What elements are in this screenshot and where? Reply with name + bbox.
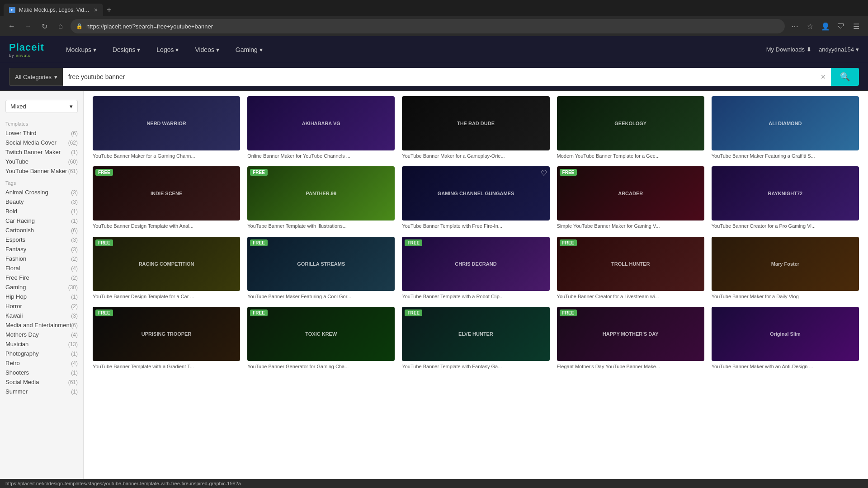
nav-mockups[interactable]: Mockups ▾ (62, 44, 100, 55)
tab-close-button[interactable]: × (94, 6, 98, 14)
sidebar-item-media-entertainment[interactable]: Media and Entertainment (6) (0, 320, 83, 330)
menu-button[interactable]: ☰ (850, 20, 863, 33)
free-badge: FREE (250, 310, 268, 316)
sidebar-item-fashion[interactable]: Fashion (2) (0, 254, 83, 263)
address-bar[interactable]: 🔒 (71, 19, 785, 33)
forward-button[interactable]: → (22, 20, 34, 33)
favorite-button[interactable]: ♡ (541, 169, 547, 178)
sidebar-item-youtube-banner-maker[interactable]: YouTube Banner Maker (61) (0, 166, 83, 176)
filter-dropdown[interactable]: Mixed ▾ (5, 100, 78, 113)
nav-videos[interactable]: Videos ▾ (191, 44, 222, 55)
free-badge: FREE (250, 239, 268, 246)
sidebar-item-hip-hop[interactable]: Hip Hop (1) (0, 292, 83, 301)
sidebar-item-lower-third[interactable]: Lower Third (6) (0, 128, 83, 138)
status-url: https://placeit.net/c/design-templates/s… (5, 481, 241, 486)
template-item-racing[interactable]: FREE RACING COMPETITION YouTube Banner D… (93, 237, 240, 300)
template-item-rayknight[interactable]: RAYKNIGHT72 YouTube Banner Creator for a… (712, 166, 859, 229)
profile-button[interactable]: 👤 (819, 20, 832, 33)
nav-extras: ⋯ ☆ 👤 🛡 ☰ (788, 20, 863, 33)
sidebar-item-count: (61) (68, 379, 78, 385)
sidebar-item-count: (3) (71, 237, 78, 243)
sidebar-item-youtube[interactable]: YouTube (60) (0, 157, 83, 166)
template-preview-label: GEEKOLOGY (613, 119, 648, 128)
template-item-gungames[interactable]: ♡ GAMING CHANNEL GUNGAMES YouTube Banner… (402, 166, 549, 229)
addon-button[interactable]: 🛡 (835, 20, 847, 33)
sidebar-item-count: (4) (71, 360, 78, 366)
sidebar-item-fantasy[interactable]: Fantasy (3) (0, 244, 83, 254)
template-item-mary[interactable]: Mary Foster YouTube Banner Maker for a D… (712, 237, 859, 300)
sidebar-item-floral[interactable]: Floral (4) (0, 263, 83, 273)
sidebar-item-mothers-day[interactable]: Mothers Day (4) (0, 330, 83, 339)
template-preview-label: ALI DIAMOND (767, 119, 803, 128)
nav-designs[interactable]: Designs ▾ (109, 44, 144, 55)
template-item-troll[interactable]: FREE TROLL HUNTER YouTube Banner Creator… (557, 237, 704, 300)
template-item-indie-scene[interactable]: FREE INDIE SCENE YouTube Banner Design T… (93, 166, 240, 229)
template-item-akihabara[interactable]: AKIHABARA VG Online Banner Maker for You… (247, 96, 395, 159)
sidebar-item-car-racing[interactable]: Car Racing (1) (0, 216, 83, 225)
template-item-arcader[interactable]: FREE ARCADER Simple YouTube Banner Maker… (557, 166, 704, 229)
ssl-lock-icon: 🔒 (76, 23, 83, 29)
back-button[interactable]: ← (5, 20, 18, 33)
sidebar-item-beauty[interactable]: Beauty (3) (0, 197, 83, 206)
new-tab-button[interactable]: + (103, 5, 115, 15)
user-menu-button[interactable]: andyydna154 ▾ (819, 46, 859, 53)
sidebar-item-bold[interactable]: Bold (1) (0, 206, 83, 216)
sidebar-item-label: YouTube Banner Maker (5, 168, 67, 174)
template-item-toxic[interactable]: FREE TOXIC KREW YouTube Banner Generator… (247, 307, 395, 370)
template-title: Elegant Mother's Day YouTube Banner Make… (557, 363, 704, 370)
bookmark-button[interactable]: ☆ (804, 20, 816, 33)
sidebar-item-kawaii[interactable]: Kawaii (3) (0, 311, 83, 320)
sidebar-item-social-media[interactable]: Social Media (61) (0, 377, 83, 387)
sidebar-item-horror[interactable]: Horror (2) (0, 301, 83, 311)
search-button[interactable]: 🔍 (831, 68, 859, 86)
sidebar-item-retro[interactable]: Retro (4) (0, 358, 83, 368)
sidebar-item-animal-crossing[interactable]: Animal Crossing (3) (0, 188, 83, 197)
refresh-button[interactable]: ↻ (38, 20, 51, 33)
sidebar-item-label: Car Racing (5, 217, 35, 224)
sidebar-item-free-fire[interactable]: Free Fire (2) (0, 273, 83, 282)
sidebar-item-count: (2) (71, 256, 78, 262)
search-input[interactable] (68, 73, 817, 80)
sidebar-item-photography[interactable]: Photography (1) (0, 349, 83, 358)
template-thumbnail: FREE GORILLA STREAMS (247, 237, 395, 291)
sidebar-item-esports[interactable]: Esports (3) (0, 235, 83, 244)
template-item-ali-diamond[interactable]: ALI DIAMOND YouTube Banner Maker Featuri… (712, 96, 859, 159)
category-dropdown[interactable]: All Categories ▾ (9, 68, 63, 86)
template-item-robot[interactable]: FREE CHRIS DECRAND YouTube Banner Templa… (402, 237, 549, 300)
template-item-nerd-warrior[interactable]: NERD WARRIOR YouTube Banner Maker for a … (93, 96, 240, 159)
site-logo[interactable]: Placeit by envato (9, 42, 44, 58)
template-item-mothers[interactable]: FREE HAPPY MOTHER'S DAY Elegant Mother's… (557, 307, 704, 370)
template-title: YouTube Banner Creator for a Livestream … (557, 293, 704, 300)
extensions-button[interactable]: ⋯ (788, 20, 801, 33)
url-input[interactable] (86, 23, 779, 30)
sidebar-item-twitch[interactable]: Twitch Banner Maker (1) (0, 147, 83, 157)
template-item-rad-dude[interactable]: THE RAD DUDE YouTube Banner Maker for a … (402, 96, 549, 159)
sidebar-item-label: Fashion (5, 255, 26, 262)
sidebar-item-social-media-cover[interactable]: Social Media Cover (62) (0, 138, 83, 147)
browser-tabs: P Make Mockups, Logos, Video... × + (0, 0, 868, 16)
browser-tab-active[interactable]: P Make Mockups, Logos, Video... × (4, 4, 103, 16)
template-thumbnail: NERD WARRIOR (93, 96, 240, 150)
template-item-gorilla[interactable]: FREE GORILLA STREAMS YouTube Banner Make… (247, 237, 395, 300)
home-button[interactable]: ⌂ (54, 20, 67, 33)
sidebar-item-gaming[interactable]: Gaming (30) (0, 282, 83, 292)
sidebar-item-summer[interactable]: Summer (1) (0, 387, 83, 396)
template-item-geekology[interactable]: GEEKOLOGY Modern YouTube Banner Template… (557, 96, 704, 159)
template-item-original[interactable]: Original Slim YouTube Banner Maker with … (712, 307, 859, 370)
nav-logos[interactable]: Logos ▾ (153, 44, 182, 55)
template-preview-label: NERD WARRIOR (145, 119, 188, 128)
search-clear-button[interactable]: × (821, 72, 826, 82)
sidebar-item-label: Bold (5, 208, 17, 215)
sidebar-item-musician[interactable]: Musician (13) (0, 339, 83, 349)
template-item-uprising[interactable]: FREE UPRISING TROOPER YouTube Banner Tem… (93, 307, 240, 370)
sidebar-item-count: (1) (71, 351, 78, 357)
sidebar-item-cartoonish[interactable]: Cartoonish (6) (0, 225, 83, 235)
nav-gaming[interactable]: Gaming ▾ (232, 44, 266, 55)
free-badge: FREE (560, 310, 577, 316)
template-preview-label: THE RAD DUDE (455, 119, 496, 128)
template-item-elve[interactable]: FREE ELVE HUNTER YouTube Banner Template… (402, 307, 549, 370)
sidebar-item-count: (3) (71, 313, 78, 319)
sidebar-item-shooters[interactable]: Shooters (1) (0, 368, 83, 377)
my-downloads-button[interactable]: My Downloads ⬇ (766, 46, 811, 53)
template-item-panther[interactable]: FREE PANTHER.99 YouTube Banner Template … (247, 166, 395, 229)
